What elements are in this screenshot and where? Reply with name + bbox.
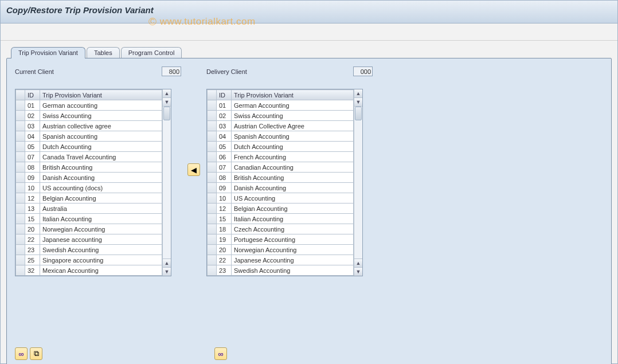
row-selector[interactable] xyxy=(208,121,217,131)
scroll-down-icon[interactable]: ▼ xyxy=(163,98,171,107)
row-selector[interactable] xyxy=(16,111,25,121)
table-row[interactable]: 07Canadian Accounting xyxy=(208,162,354,173)
row-selector[interactable] xyxy=(16,255,25,265)
table-row[interactable]: 08British Accounting xyxy=(208,173,354,183)
table-row[interactable]: 03Austrian Collective Agree xyxy=(208,121,354,131)
row-selector[interactable] xyxy=(16,173,25,183)
scroll-up-icon[interactable]: ▲ xyxy=(163,89,171,98)
table-row[interactable]: 19Portugese Accounting xyxy=(208,234,354,245)
tab-tables[interactable]: Tables xyxy=(87,47,120,58)
table-row[interactable]: 04Spanish accounting xyxy=(16,131,162,142)
row-selector[interactable] xyxy=(208,152,217,162)
copy-to-current-button[interactable]: ◀ xyxy=(187,163,200,176)
row-selector[interactable] xyxy=(16,234,25,245)
col-name[interactable]: Trip Provision Variant xyxy=(232,90,354,100)
row-selector-header[interactable] xyxy=(16,90,25,100)
row-selector[interactable] xyxy=(208,173,217,183)
col-id[interactable]: ID xyxy=(25,90,40,100)
table-row[interactable]: 02Swiss Accounting xyxy=(208,111,354,121)
delivery-client-field[interactable] xyxy=(353,66,373,76)
table-row[interactable]: 06French Accounting xyxy=(208,152,354,162)
table-row[interactable]: 07Canada Travel Accounting xyxy=(16,152,162,162)
cell-name: Austrian collective agree xyxy=(40,121,162,131)
row-selector[interactable] xyxy=(208,162,217,173)
col-id[interactable]: ID xyxy=(217,90,232,100)
table-row[interactable]: 09Danish Accounting xyxy=(208,183,354,193)
table-row[interactable]: 02Swiss Accounting xyxy=(16,111,162,121)
table-row[interactable]: 23Swedish Accounting xyxy=(208,265,354,276)
scroll-up-icon[interactable]: ▲ xyxy=(163,259,171,267)
current-client-field[interactable] xyxy=(162,66,181,76)
row-selector[interactable] xyxy=(16,224,25,234)
current-client-table[interactable]: ID Trip Provision Variant 01German accou… xyxy=(15,89,162,276)
row-selector[interactable] xyxy=(208,100,217,111)
table-row[interactable]: 08British Accounting xyxy=(16,162,162,173)
table-row[interactable]: 20Norwegian Accounting xyxy=(208,245,354,255)
detail-button[interactable] xyxy=(15,347,28,360)
row-selector[interactable] xyxy=(16,193,25,203)
row-selector[interactable] xyxy=(208,224,217,234)
table-row[interactable]: 32Mexican Accounting xyxy=(16,265,162,276)
scrollbar-left[interactable]: ▲ ▼ ▲ ▼ xyxy=(162,89,171,276)
scroll-down-icon[interactable]: ▼ xyxy=(354,267,362,276)
table-row[interactable]: 03Austrian collective agree xyxy=(16,121,162,131)
scroll-down-icon[interactable]: ▼ xyxy=(354,98,362,107)
row-selector[interactable] xyxy=(16,214,25,224)
row-selector[interactable] xyxy=(208,142,217,152)
table-row[interactable]: 20Norwegian Accounting xyxy=(16,224,162,234)
detail-button[interactable] xyxy=(214,347,227,360)
table-row[interactable]: 10US accounting (docs) xyxy=(16,183,162,193)
table-row[interactable]: 05Dutch Accounting xyxy=(16,142,162,152)
row-selector[interactable] xyxy=(16,203,25,214)
row-selector[interactable] xyxy=(16,183,25,193)
row-selector[interactable] xyxy=(208,111,217,121)
row-selector[interactable] xyxy=(208,203,217,214)
row-selector[interactable] xyxy=(208,245,217,255)
table-row[interactable]: 22Japanese Accounting xyxy=(208,255,354,265)
row-selector-header[interactable] xyxy=(208,90,217,100)
table-row[interactable]: 09Danish Accounting xyxy=(16,173,162,183)
row-selector[interactable] xyxy=(16,142,25,152)
row-selector[interactable] xyxy=(208,234,217,245)
row-selector[interactable] xyxy=(16,152,25,162)
table-row[interactable]: 18Czech Accounting xyxy=(208,224,354,234)
tab-program-control[interactable]: Program Control xyxy=(121,47,182,58)
table-row[interactable]: 25Singapore accounting xyxy=(16,255,162,265)
row-selector[interactable] xyxy=(16,121,25,131)
row-selector[interactable] xyxy=(16,131,25,142)
scrollbar-right[interactable]: ▲ ▼ ▲ ▼ xyxy=(354,89,362,276)
scroll-thumb[interactable] xyxy=(163,107,170,120)
scroll-down-icon[interactable]: ▼ xyxy=(163,267,171,276)
table-row[interactable]: 05Dutch Accounting xyxy=(208,142,354,152)
table-row[interactable]: 15Italian Accounting xyxy=(208,214,354,224)
table-row[interactable]: 12Belgian Accounting xyxy=(208,203,354,214)
col-name[interactable]: Trip Provision Variant xyxy=(40,90,162,100)
row-selector[interactable] xyxy=(208,183,217,193)
scroll-track[interactable] xyxy=(354,107,362,259)
row-selector[interactable] xyxy=(208,265,217,276)
scroll-thumb[interactable] xyxy=(355,107,362,120)
row-selector[interactable] xyxy=(208,255,217,265)
table-row[interactable]: 01German Accounting xyxy=(208,100,354,111)
table-row[interactable]: 15Italian Accounting xyxy=(16,214,162,224)
row-selector[interactable] xyxy=(16,162,25,173)
row-selector[interactable] xyxy=(208,193,217,203)
scroll-track[interactable] xyxy=(163,107,171,259)
table-row[interactable]: 13Australia xyxy=(16,203,162,214)
delivery-client-table[interactable]: ID Trip Provision Variant 01German Accou… xyxy=(207,89,354,276)
scroll-up-icon[interactable]: ▲ xyxy=(354,89,362,98)
row-selector[interactable] xyxy=(208,131,217,142)
row-selector[interactable] xyxy=(16,245,25,255)
table-row[interactable]: 12Belgian Accounting xyxy=(16,193,162,203)
row-selector[interactable] xyxy=(16,100,25,111)
tab-trip-provision-variant[interactable]: Trip Provision Variant xyxy=(11,47,85,58)
table-row[interactable]: 01German accounting xyxy=(16,100,162,111)
scroll-up-icon[interactable]: ▲ xyxy=(354,259,362,267)
row-selector[interactable] xyxy=(16,265,25,276)
table-row[interactable]: 23Swedish Accounting xyxy=(16,245,162,255)
table-row[interactable]: 04Spanish Accounting xyxy=(208,131,354,142)
copy-button[interactable] xyxy=(30,347,42,360)
table-row[interactable]: 10US Accounting xyxy=(208,193,354,203)
table-row[interactable]: 22Japanese accounting xyxy=(16,234,162,245)
row-selector[interactable] xyxy=(208,214,217,224)
